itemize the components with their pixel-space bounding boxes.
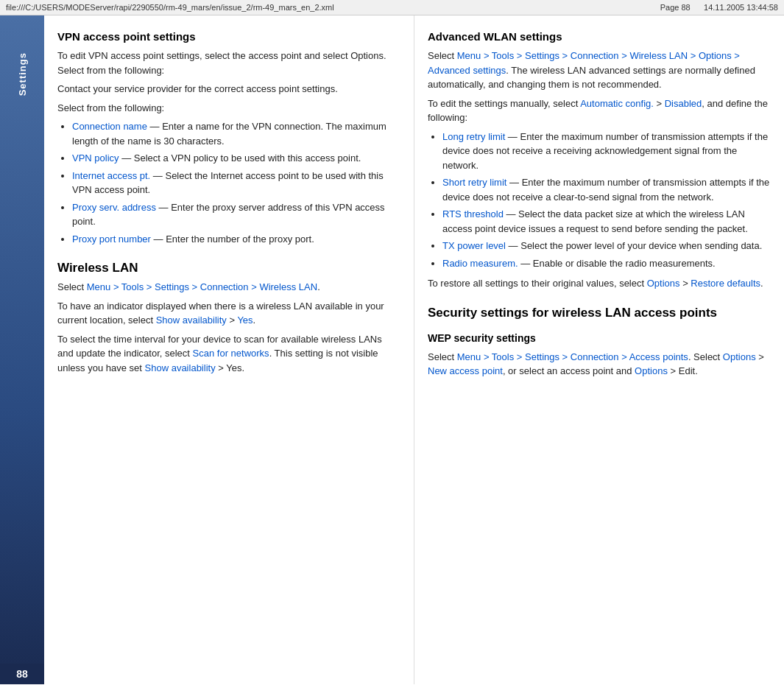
tx-power-link[interactable]: TX power level (442, 240, 506, 251)
vpn-section-title: VPN access point settings (57, 30, 400, 43)
connection-name-link[interactable]: Connection name (72, 121, 147, 132)
options-link3[interactable]: Options (635, 365, 668, 376)
page-info: Page 88 14.11.2005 13:44:58 (660, 3, 778, 12)
security-settings-title: Security settings for wireless LAN acces… (428, 306, 771, 320)
radio-measurem-link[interactable]: Radio measurem. (442, 258, 518, 269)
list-item: Internet access pt. — Select the Interne… (72, 169, 400, 197)
top-bar: file:///C:/USERS/MODEServer/rapi/2290550… (0, 0, 784, 15)
proxy-serv-link[interactable]: Proxy serv. address (72, 202, 156, 213)
tx-power-desc: — Select the power level of your device … (506, 240, 762, 251)
short-retry-link[interactable]: Short retry limit (442, 177, 506, 188)
wireless-lan-select: Select Menu > Tools > Settings > Connect… (57, 280, 400, 295)
list-item: Long retry limit — Enter the maximum num… (442, 130, 771, 173)
vpn-policy-link[interactable]: VPN policy (72, 152, 119, 164)
page-number: 88 (0, 664, 44, 684)
wep-select-para: Select Menu > Tools > Settings > Connect… (428, 350, 771, 379)
list-item: Proxy serv. address — Enter the proxy se… (72, 200, 400, 229)
list-item: Short retry limit — Enter the maximum nu… (442, 175, 771, 204)
restore-defaults-link[interactable]: Restore defaults (691, 278, 760, 289)
wep-security-title: WEP security settings (428, 332, 771, 344)
new-access-point-link[interactable]: New access point (428, 365, 503, 376)
disabled-link[interactable]: Disabled (665, 98, 702, 109)
advanced-wlan-items-list: Long retry limit — Enter the maximum num… (442, 130, 771, 271)
list-item: Radio measurem. — Enable or disable the … (442, 256, 771, 271)
radio-measurem-desc: — Enable or disable the radio measuremen… (518, 258, 716, 269)
main-container: Settings 88 VPN access point settings To… (0, 15, 784, 684)
yes-link1[interactable]: Yes (237, 315, 252, 326)
wep-section: WEP security settings Select Menu > Tool… (428, 332, 771, 379)
sidebar: Settings 88 (0, 15, 44, 684)
list-item: Connection name — Enter a name for the V… (72, 119, 400, 148)
internet-access-link[interactable]: Internet access pt. (72, 170, 150, 181)
advanced-wlan-title: Advanced WLAN settings (428, 30, 771, 43)
access-points-path-link[interactable]: Menu > Tools > Settings > Connection > A… (457, 351, 688, 362)
vpn-items-list: Connection name — Enter a name for the V… (72, 119, 400, 246)
vpn-contact: Contact your service provider for the co… (57, 82, 400, 96)
vpn-select-from: Select from the following: (57, 101, 400, 116)
proxy-port-link[interactable]: Proxy port number (72, 233, 151, 245)
list-item: TX power level — Select the power level … (442, 239, 771, 253)
options-link2[interactable]: Options (723, 351, 756, 362)
show-availability-link2[interactable]: Show availability (145, 362, 216, 373)
rts-threshold-link[interactable]: RTS threshold (442, 208, 504, 219)
wireless-lan-path[interactable]: Menu > Tools > Settings > Connection > W… (87, 281, 317, 292)
vpn-policy-desc: — Select a VPN policy to be used with th… (119, 152, 361, 164)
right-column: Advanced WLAN settings Select Menu > Too… (414, 15, 784, 684)
list-item: RTS threshold — Select the data packet s… (442, 207, 771, 236)
left-column: VPN access point settings To edit VPN ac… (44, 15, 414, 684)
sidebar-label: Settings (17, 52, 28, 96)
long-retry-link[interactable]: Long retry limit (442, 131, 505, 142)
show-availability-link[interactable]: Show availability (156, 315, 227, 326)
wireless-lan-title: Wireless LAN (57, 261, 400, 275)
list-item: VPN policy — Select a VPN policy to be u… (72, 151, 400, 166)
filepath: file:///C:/USERS/MODEServer/rapi/2290550… (6, 3, 334, 12)
wireless-lan-indicator: To have an indicator displayed when ther… (57, 299, 400, 328)
advanced-wlan-select: Select Menu > Tools > Settings > Connect… (428, 49, 771, 92)
content-area: VPN access point settings To edit VPN ac… (44, 15, 784, 684)
advanced-wlan-edit: To edit the settings manually, select Au… (428, 96, 771, 125)
auto-config-link[interactable]: Automatic config. (580, 98, 654, 109)
wireless-lan-scan: To select the time interval for your dev… (57, 332, 400, 376)
options-link[interactable]: Options (647, 278, 680, 289)
restore-defaults-para: To restore all settings to their origina… (428, 276, 771, 291)
list-item: Proxy port number — Enter the number of … (72, 232, 400, 247)
scan-networks-link[interactable]: Scan for networks (193, 348, 269, 359)
vpn-intro: To edit VPN access point settings, selec… (57, 49, 400, 77)
proxy-port-desc: — Enter the number of the proxy port. (151, 233, 314, 245)
